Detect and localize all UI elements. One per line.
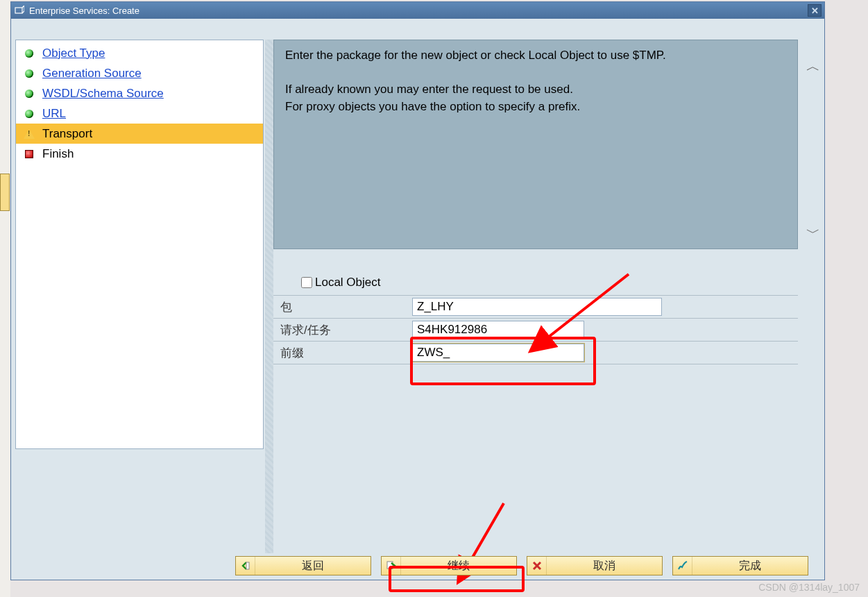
continue-icon	[382, 557, 401, 575]
back-button[interactable]: 返回	[235, 556, 371, 575]
status-green-icon	[23, 108, 35, 120]
cancel-icon	[527, 557, 547, 575]
instruction-line: For proxy objects you have the option to…	[285, 99, 786, 116]
instruction-line: Enter the package for the new object or …	[285, 47, 786, 65]
close-button[interactable]: ✕	[808, 4, 822, 17]
window-title: Enterprise Services: Create	[29, 6, 808, 16]
step-label: Finish	[42, 147, 74, 161]
background-strip	[0, 0, 10, 597]
complete-icon	[673, 557, 692, 575]
back-label: 返回	[255, 559, 371, 573]
footer-buttons: 返回 继续 取消 完成	[11, 556, 824, 575]
status-green-icon	[23, 47, 35, 60]
step-label: Object Type	[42, 47, 105, 60]
request-row: 请求/任务	[273, 318, 798, 341]
step-label: WSDL/Schema Source	[42, 87, 164, 101]
prefix-label: 前缀	[280, 345, 412, 361]
continue-button[interactable]: 继续	[381, 556, 517, 575]
request-label: 请求/任务	[280, 322, 412, 338]
complete-button[interactable]: 完成	[672, 556, 808, 575]
step-generation-source[interactable]: Generation Source	[16, 63, 263, 83]
dialog-window: Enterprise Services: Create ✕ Object Typ…	[10, 1, 825, 580]
package-label: 包	[280, 299, 412, 315]
status-green-icon	[23, 67, 35, 80]
continue-label: 继续	[401, 559, 516, 573]
complete-label: 完成	[692, 559, 808, 573]
prefix-input[interactable]	[412, 344, 584, 362]
titlebar: Enterprise Services: Create ✕	[11, 2, 824, 19]
status-green-icon	[23, 87, 35, 100]
instruction-line: If already known you may enter the reque…	[285, 81, 786, 99]
back-icon	[236, 557, 255, 575]
package-input[interactable]	[412, 298, 662, 316]
package-row: 包	[273, 295, 798, 318]
instructions-panel: Enter the package for the new object or …	[273, 40, 798, 249]
cancel-label: 取消	[547, 559, 662, 573]
step-url[interactable]: URL	[16, 103, 263, 124]
step-object-type[interactable]: Object Type	[16, 43, 263, 63]
status-warning-icon	[23, 128, 35, 140]
step-label: Transport	[42, 127, 92, 141]
dialog-body: Object Type Generation Source WSDL/Schem…	[11, 19, 824, 580]
request-input[interactable]	[412, 321, 584, 339]
step-wsdl-schema-source[interactable]: WSDL/Schema Source	[16, 83, 263, 103]
local-object-checkbox[interactable]	[301, 277, 312, 288]
watermark: CSDN @1314lay_1007	[758, 582, 860, 593]
step-label: Generation Source	[42, 67, 142, 81]
wizard-steps-list: Object Type Generation Source WSDL/Schem…	[16, 40, 263, 164]
local-object-row: Local Object	[301, 276, 798, 289]
scroll-up-icon[interactable]: ︿	[806, 59, 820, 73]
step-finish[interactable]: Finish	[16, 144, 263, 164]
panel-divider	[265, 40, 273, 553]
window-icon	[14, 5, 25, 16]
wizard-steps-panel: Object Type Generation Source WSDL/Schem…	[15, 40, 264, 449]
transport-form: Local Object 包 请求/任务 前缀	[273, 276, 798, 364]
svg-rect-3	[246, 562, 249, 569]
step-transport[interactable]: Transport	[16, 124, 263, 144]
svg-rect-0	[15, 8, 22, 13]
local-object-label: Local Object	[315, 276, 381, 289]
prefix-row: 前缀	[273, 341, 798, 364]
cancel-button[interactable]: 取消	[527, 556, 663, 575]
scroll-down-icon[interactable]: ﹀	[806, 226, 820, 239]
status-red-icon	[23, 148, 35, 160]
step-label: URL	[42, 107, 66, 121]
